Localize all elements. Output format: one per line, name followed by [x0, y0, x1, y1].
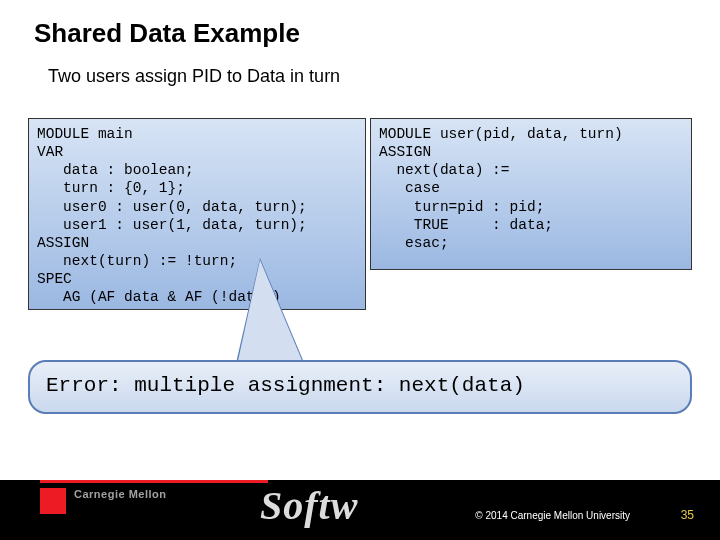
copyright-text: © 2014 Carnegie Mellon University	[475, 510, 630, 521]
footer-bar: Carnegie Mellon Softw © 2014 Carnegie Me…	[0, 480, 720, 540]
logo-red-square	[40, 488, 66, 514]
slide: Shared Data Example Two users assign PID…	[0, 0, 720, 540]
error-callout: Error: multiple assignment: next(data)	[28, 360, 692, 414]
slide-subtitle: Two users assign PID to Data in turn	[48, 66, 340, 87]
callout-tail	[236, 260, 306, 370]
code-module-main: MODULE main VAR data : boolean; turn : {…	[28, 118, 366, 310]
logo-red-line	[40, 480, 268, 483]
logo-carnegie-text: Carnegie Mellon	[74, 488, 166, 500]
logo-softw-text: Softw	[260, 482, 358, 529]
code-module-user: MODULE user(pid, data, turn) ASSIGN next…	[370, 118, 692, 270]
slide-title: Shared Data Example	[34, 18, 300, 49]
page-number: 35	[681, 508, 694, 522]
